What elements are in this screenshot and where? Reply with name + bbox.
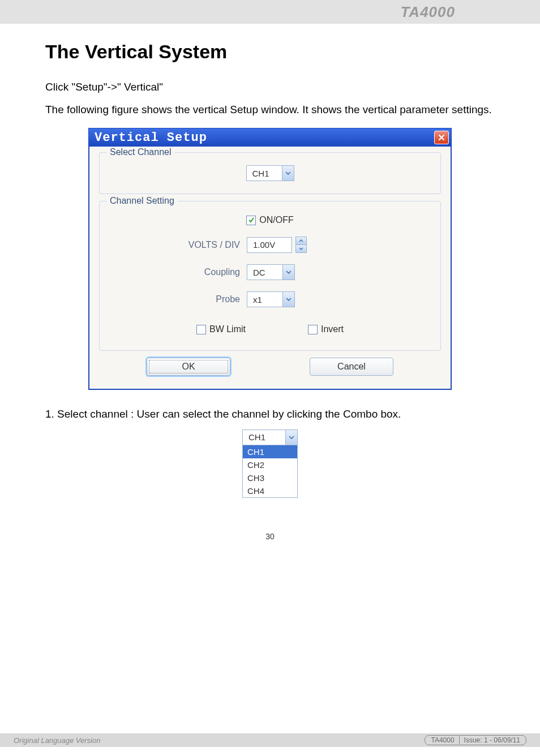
page-number: 30 [45,532,495,541]
footer-info-box: TA4000 Issue: 1 - 06/09/11 [425,735,526,745]
coupling-label: Coupling [110,267,247,277]
probe-select-value: x1 [247,292,282,307]
volts-div-spinner[interactable]: 1.00V [247,237,307,253]
channel-setting-group: Channel Setting ON/OFF VOLTS / DIV [99,201,441,351]
bwlimit-checkbox-box[interactable] [196,325,206,334]
coupling-select-value: DC [247,265,282,280]
chevron-down-icon [286,298,292,301]
vertical-setup-dialog: Vertical Setup Select Channel CH1 [88,128,452,390]
channel-dropdown-item[interactable]: CH1 [243,445,297,458]
intro-text-1: Click "Setup"->" Vertical" [45,80,495,94]
close-icon [438,134,445,141]
intro-text-2: The following figure shows the vertical … [45,102,495,117]
channel-select-button[interactable] [282,166,294,181]
coupling-select-button[interactable] [282,265,294,280]
invert-checkbox[interactable]: Invert [308,324,344,334]
doc-footer: Original Language Version TA4000 Issue: … [0,733,540,747]
bwlimit-checkbox[interactable]: BW Limit [196,324,246,334]
channel-select-value: CH1 [247,166,282,181]
select-channel-group: Select Channel CH1 [99,152,441,194]
probe-label: Probe [110,294,247,304]
chevron-down-icon [285,171,291,175]
footer-issue: Issue: 1 - 06/09/11 [464,736,520,744]
invert-checkbox-box[interactable] [308,325,318,334]
probe-select-button[interactable] [282,292,294,307]
channel-dropdown-list: CH1 CH2 CH3 CH4 [243,445,297,497]
channel-select[interactable]: CH1 [246,165,294,181]
chevron-down-icon [286,270,292,274]
channel-dropdown-item[interactable]: CH4 [243,484,297,497]
select-channel-legend: Select Channel [106,147,175,157]
note-select-channel: 1. Select channel : User can select the … [45,407,495,422]
product-name: TA4000 [400,3,455,21]
channel-dropdown-value: CH1 [243,430,285,445]
volts-div-up-button[interactable] [295,237,307,245]
volts-div-down-button[interactable] [295,245,307,253]
check-icon [248,217,255,224]
ok-button[interactable]: OK [147,358,230,376]
page-title: The Vertical System [45,41,495,63]
doc-header-bar: TA4000 [0,0,540,24]
close-button[interactable] [434,131,449,144]
dialog-title: Vertical Setup [95,131,207,145]
footer-product: TA4000 [431,736,454,744]
chevron-down-icon [289,436,294,439]
volts-div-value[interactable]: 1.00V [247,237,292,253]
channel-dropdown-item[interactable]: CH3 [243,471,297,484]
cancel-button[interactable]: Cancel [310,358,393,376]
bwlimit-label: BW Limit [209,324,246,334]
onoff-checkbox-box[interactable] [246,216,256,225]
channel-dropdown-expanded[interactable]: CH1 CH1 CH2 CH3 CH4 [242,429,298,498]
chevron-down-icon [299,247,303,250]
chevron-up-icon [299,239,303,242]
probe-select[interactable]: x1 [247,291,295,307]
dialog-title-bar: Vertical Setup [89,128,451,147]
channel-dropdown-item[interactable]: CH2 [243,458,297,471]
volts-div-label: VOLTS / DIV [110,240,247,250]
channel-setting-legend: Channel Setting [106,196,178,206]
onoff-checkbox[interactable]: ON/OFF [246,215,293,225]
coupling-select[interactable]: DC [247,264,295,280]
footer-left-text: Original Language Version [14,736,100,745]
channel-dropdown-button[interactable] [285,430,297,445]
onoff-label: ON/OFF [259,215,293,225]
invert-label: Invert [321,324,344,334]
